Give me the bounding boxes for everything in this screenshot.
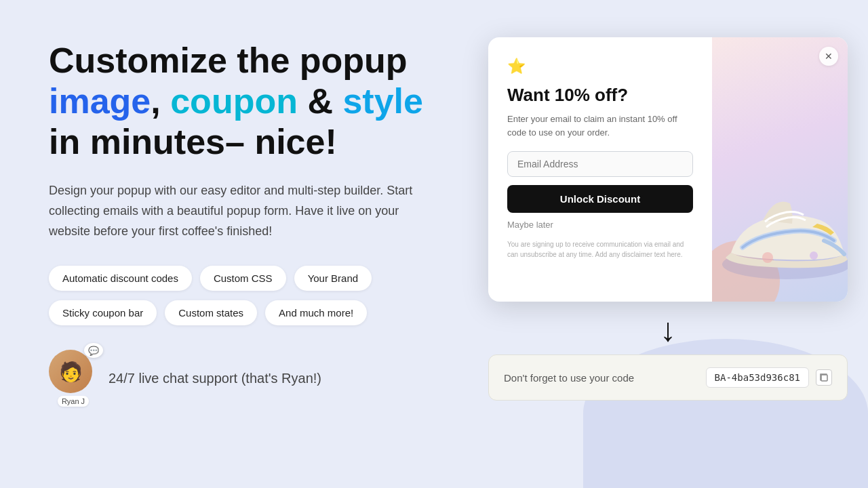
email-input[interactable] [507,151,693,177]
unlock-discount-button[interactable]: Unlock Discount [507,185,693,213]
avatar: 🧑 [49,350,92,393]
svg-point-2 [810,251,818,260]
tags-row-2: Sticky coupon bar Custom states And much… [49,300,469,325]
support-section: 💬 🧑 Ryan J 24/7 live chat support (that'… [49,350,469,407]
avatar-wrapper: 💬 🧑 Ryan J [49,350,98,407]
copy-icon[interactable] [816,369,832,386]
tag-custom-css: Custom CSS [200,266,286,291]
popup-heading: Want 10% off? [507,85,693,106]
maybe-later-link[interactable]: Maybe later [507,220,693,230]
heading-ampersand: & [307,81,342,121]
popup-disclaimer: You are signing up to receive communicat… [507,239,693,260]
coupon-code: BA-4ba53d936c81 [706,367,809,388]
right-section: ✕ ⭐ Want 10% off? Enter your email to cl… [488,37,848,401]
tag-sticky-coupon: Sticky coupon bar [49,300,157,325]
svg-point-1 [762,252,773,263]
popup-subtext: Enter your email to claim an instant 10%… [507,113,693,139]
coupon-code-wrapper: BA-4ba53d936c81 [706,367,832,388]
coupon-bar: Don't forget to use your code BA-4ba53d9… [488,354,848,401]
support-text: 24/7 live chat support (that's Ryan!) [108,371,321,386]
heading-style: style [342,81,423,121]
support-subtext: (that's Ryan!) [241,371,321,386]
tag-your-brand: Your Brand [294,266,372,291]
star-icon: ⭐ [507,58,693,75]
tag-custom-states: Custom states [165,300,257,325]
popup-right-panel [712,37,848,302]
chat-bubble-icon: 💬 [84,343,103,358]
popup-card: ✕ ⭐ Want 10% off? Enter your email to cl… [488,37,848,302]
left-section: Customize the popup image, coupon & styl… [49,41,469,407]
popup-left-panel: ⭐ Want 10% off? Enter your email to clai… [488,37,712,302]
main-heading: Customize the popup image, coupon & styl… [49,41,469,162]
sneaker-illustration [712,159,848,295]
arrow-down: ↓ [488,314,848,346]
heading-image: image [49,81,151,121]
heading-coupon: coupon [170,81,298,121]
description-text: Design your popup with our easy editor a… [49,181,442,241]
avatar-name: Ryan J [58,396,89,407]
heading-line3: in minutes– nice! [49,122,337,161]
heading-line1: Customize the popup [49,41,408,80]
close-button[interactable]: ✕ [819,47,838,66]
tags-row-1: Automatic discount codes Custom CSS Your… [49,266,469,291]
coupon-label: Don't forget to use your code [504,372,634,384]
tag-discount-codes: Automatic discount codes [49,266,192,291]
svg-rect-3 [821,375,827,381]
tag-more: And much more! [265,300,367,325]
